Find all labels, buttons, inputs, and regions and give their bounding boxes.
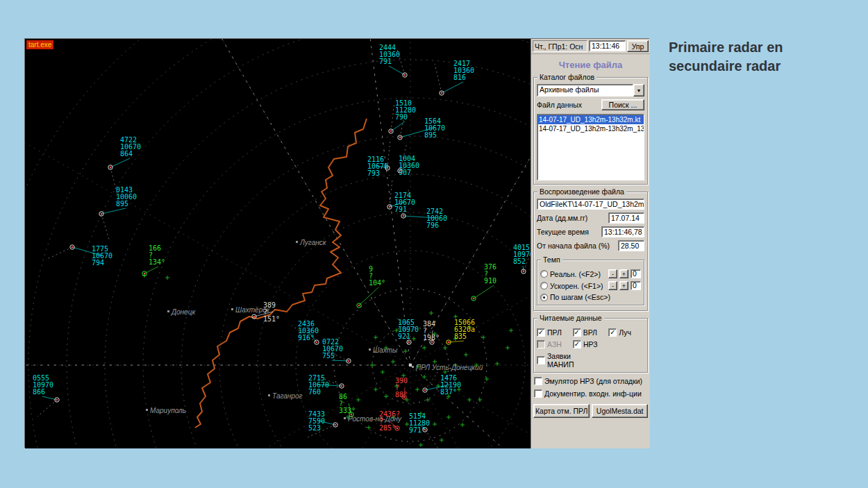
readable-азн-label: АЗН [547, 340, 562, 348]
aircraft-plot-dot [390, 131, 392, 133]
readable-азн-checkbox[interactable] [537, 340, 545, 348]
playback-legend: Воспроизведение файла [537, 187, 626, 196]
date-label: Дата (дд.мм.гг) [537, 214, 587, 222]
file-list[interactable]: 14-07-17_UD_13h2m-13h32m.kt14-07-17_UD_1… [537, 114, 644, 180]
file-list-item[interactable]: 14-07-17_UD_13h2m-13h32m.kt [537, 115, 644, 124]
option-0-checkbox[interactable] [534, 377, 542, 385]
tempo-value-field[interactable]: 0 [631, 281, 641, 290]
track-label-line: 835 [454, 333, 467, 340]
aircraft-track[interactable]: 243610360916° [292, 320, 319, 344]
aircraft-track[interactable]: 055510970866 [33, 374, 59, 417]
tempo-decrease-button[interactable]: - [608, 269, 617, 278]
file-list-item[interactable]: 14-07-17_UD_13h2m-13h32m_13 [537, 124, 644, 133]
aircraft-plot-dot [316, 342, 318, 344]
aircraft-track[interactable]: 390?88° [395, 377, 408, 399]
readable-data-group: Читаемые данные ✓ПРЛ✓ВРЛ✓ЛучАЗН✓НРЗЗаявк… [533, 318, 648, 373]
city-label: Мариуполь [146, 407, 186, 414]
tempo-radio-2[interactable] [540, 294, 548, 301]
control-panel: Чт., ГПр1: Осн 13:11:46 Упр Чтение файла… [531, 39, 650, 448]
track-label-line: 916° [298, 334, 315, 342]
city-label: Таганрог [268, 392, 302, 400]
track-label-line: 910 [484, 277, 496, 285]
radar-site-marker [409, 364, 412, 367]
tempo-option-label: Ускорен. (<F1>) [550, 282, 603, 290]
aircraft-track[interactable]: 150666320a835 [446, 319, 475, 344]
aircraft-track[interactable]: 177510670794 [46, 245, 112, 267]
current-time-field[interactable]: 13:11:46,78 [601, 226, 644, 237]
aircraft-track[interactable]: 376?910 [471, 263, 496, 301]
primary-radar-blip [381, 370, 385, 374]
track-label-line: 523 [308, 424, 321, 432]
radar-canvas[interactable]: ЛуганскДонецкШахтёрскШахтыПРЛ Усть-Донец… [25, 39, 531, 448]
clock-display: 13:11:46 [589, 40, 626, 51]
readable-врл-checkbox[interactable]: ✓ [573, 328, 581, 337]
primary-radar-blip [422, 375, 426, 379]
aircraft-track[interactable]: 74337590523 [308, 410, 337, 437]
aircraft-track[interactable]: 217410670791 [387, 179, 415, 213]
search-button[interactable]: Поиск ... [601, 99, 644, 110]
radar-range-ring [181, 136, 531, 448]
file-type-dropdown[interactable]: Архивные файлы ▼ [537, 84, 644, 96]
aircraft-track[interactable]: 401510970852 [513, 244, 531, 274]
readable-луч-checkbox[interactable]: ✓ [608, 328, 617, 337]
primary-radar-blip [412, 337, 416, 341]
desktop: ЛуганскДонецкШахтёрскШахтыПРЛ Усть-Донец… [0, 0, 868, 488]
radar-radial [167, 365, 410, 448]
readable-заявки манип-checkbox[interactable] [537, 356, 545, 364]
aircraft-track[interactable]: 072210670755 [322, 338, 351, 363]
readable-нрз-checkbox[interactable]: ✓ [573, 340, 581, 348]
file-path-field[interactable]: OldFileKT\14-07-17_UD_13h2m-1 [537, 199, 644, 210]
svg-text:Луганск: Луганск [299, 239, 327, 246]
svg-text:ПРЛ Усть-Донецкий: ПРЛ Усть-Донецкий [416, 364, 483, 371]
option-1-checkbox[interactable] [534, 389, 542, 398]
mode-selector[interactable]: Чт., ГПр1: Осн [533, 40, 587, 52]
aircraft-plot-dot [408, 342, 410, 344]
tempo-option-row: Реальн. (<F2>)-+0 [540, 269, 641, 278]
readable-data-row: ✓ПРЛ✓ВРЛ✓Луч [537, 328, 644, 337]
track-label-line: 791 [379, 58, 392, 65]
tempo-value-field[interactable]: 0 [631, 269, 641, 278]
readable-заявки манип-label: Заявки МАНИП [547, 352, 574, 369]
ugolmesta-button[interactable]: UgolMesta.dat [592, 404, 648, 418]
control-button[interactable]: Упр [627, 40, 649, 52]
tempo-radio-0[interactable] [540, 270, 548, 278]
option-row: Документир. входн. инф-ции [534, 389, 647, 398]
catalog-group: Каталог файлов Архивные файлы ▼ Файл дан… [533, 77, 648, 185]
tempo-increase-button[interactable]: + [619, 269, 628, 278]
aircraft-track[interactable]: 86?333° [339, 393, 356, 417]
aircraft-track[interactable]: 515411280971° [409, 412, 439, 448]
track-label-line: 134° [149, 258, 165, 266]
radar-display[interactable]: ЛуганскДонецкШахтёрскШахтыПРЛ Усть-Донец… [25, 39, 531, 448]
readable-прл-checkbox[interactable]: ✓ [537, 328, 545, 337]
date-field[interactable]: 17.07.14 [608, 212, 644, 224]
aircraft-plot-dot [72, 246, 74, 249]
aircraft-track[interactable]: 9?104° [357, 265, 385, 308]
map-prl-button[interactable]: Карта отм. ПРЛ [533, 404, 590, 418]
radar-radial [167, 39, 410, 365]
aircraft-plot-dot [441, 92, 443, 94]
aircraft-plot-dot [403, 215, 405, 217]
aircraft-track[interactable]: 014310060895 [99, 186, 137, 242]
file-offset-field[interactable]: 28.50 [618, 240, 644, 251]
aircraft-track[interactable]: 241710360816 [435, 60, 474, 95]
aircraft-track[interactable]: 100410360907 [398, 143, 419, 176]
city-label: ПРЛ Усть-Донецкий [412, 364, 483, 371]
svg-text:Мариуполь: Мариуполь [150, 407, 186, 414]
track-label-line: 907 [399, 169, 411, 176]
tempo-radio-1[interactable] [540, 282, 548, 289]
aircraft-track[interactable]: 244410360791 [379, 44, 407, 77]
label-leader-line [110, 158, 130, 167]
primary-radar-blip [506, 346, 510, 350]
dropdown-arrow-icon[interactable]: ▼ [633, 84, 644, 96]
aircraft-track[interactable]: 106510970921 [397, 316, 419, 344]
track-history-trail [391, 102, 394, 131]
track-history-trail [435, 64, 442, 93]
aircraft-track[interactable]: 151011280790 [389, 99, 416, 133]
tempo-decrease-button[interactable]: - [608, 281, 617, 290]
aircraft-track[interactable]: 166?134° [142, 244, 165, 276]
tempo-increase-button[interactable]: + [619, 281, 628, 290]
radar-range-ring [143, 98, 531, 448]
aircraft-plot-dot [341, 385, 343, 387]
aircraft-track[interactable]: 384?198° [423, 320, 440, 344]
aircraft-plot-dot [523, 271, 525, 273]
